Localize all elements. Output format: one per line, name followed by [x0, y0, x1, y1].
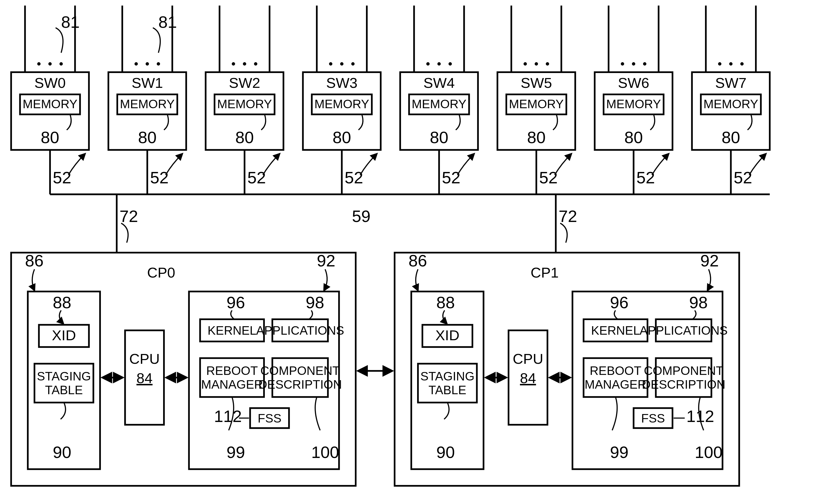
right-ref: 92	[317, 251, 335, 270]
svg-point-42	[523, 62, 527, 66]
svg-point-51	[632, 62, 635, 66]
svg-point-12	[157, 62, 160, 66]
component-ref: 100	[695, 443, 723, 461]
fss-label: FSS	[258, 411, 282, 425]
svg-point-11	[146, 62, 149, 66]
svg-point-10	[134, 62, 138, 66]
switch-ref: 52	[442, 168, 460, 187]
applications-label: APPLICATIONS	[640, 324, 728, 337]
memory-label: MEMORY	[412, 97, 466, 111]
xid-ref: 88	[53, 293, 71, 312]
switch-ref: 52	[539, 168, 558, 187]
switch-title: SW5	[521, 75, 552, 91]
svg-point-52	[643, 62, 647, 66]
cp-title: CP1	[531, 265, 559, 281]
xid-label: XID	[52, 327, 76, 343]
memory-ref: 80	[235, 128, 254, 147]
kernel-ref: 96	[610, 293, 629, 312]
xid-ref: 88	[436, 293, 455, 312]
svg-point-27	[340, 62, 344, 66]
component-label-1: COMPONENT	[644, 364, 723, 378]
svg-point-50	[621, 62, 624, 66]
kernel-ref: 96	[227, 293, 245, 312]
svg-point-43	[535, 62, 538, 66]
switch-ref: 52	[53, 168, 71, 187]
component-label-1: COMPONENT	[260, 364, 340, 378]
memory-label: MEMORY	[120, 97, 175, 111]
memory-ref: 80	[41, 128, 59, 147]
applications-ref: 98	[306, 293, 324, 312]
staging-ref: 90	[53, 443, 71, 461]
component-ref: 100	[311, 443, 339, 461]
kernel-label: KERNEL	[208, 324, 257, 337]
svg-point-44	[546, 62, 549, 66]
switch-ref: 52	[150, 168, 169, 187]
svg-point-2	[37, 62, 41, 66]
applications-ref: 98	[689, 293, 708, 312]
cpu-ref: 84	[520, 370, 536, 386]
bus-ref: 59	[352, 207, 371, 225]
left-ref: 86	[25, 251, 43, 270]
memory-ref: 80	[138, 128, 156, 147]
svg-point-19	[243, 62, 246, 66]
fss-label: FSS	[641, 411, 665, 425]
right-ref: 92	[700, 251, 719, 270]
component-label-2: DESCRIPTION	[259, 378, 342, 391]
cp-ref-72: 72	[119, 207, 138, 225]
cp-title: CP0	[147, 265, 175, 281]
applications-label: APPLICATIONS	[256, 324, 344, 337]
svg-point-34	[426, 62, 430, 66]
memory-ref: 80	[624, 128, 643, 147]
svg-point-3	[48, 62, 52, 66]
switch-title: SW4	[423, 75, 455, 91]
memory-ref: 80	[722, 128, 740, 147]
reboot-ref: 99	[227, 443, 245, 461]
reboot-label-2: MANAGER	[201, 378, 263, 391]
switch-title: SW7	[715, 75, 747, 91]
wire-ref-81: 81	[61, 13, 80, 31]
reboot-label-1: REBOOT	[206, 364, 258, 378]
reboot-label-1: REBOOT	[590, 364, 642, 378]
reboot-ref: 99	[610, 443, 629, 461]
memory-ref: 80	[527, 128, 545, 147]
switch-title: SW6	[618, 75, 649, 91]
svg-point-20	[254, 62, 258, 66]
staging-label-2: TABLE	[428, 383, 466, 397]
cpu-label: CPU	[129, 351, 160, 367]
svg-point-26	[329, 62, 332, 66]
switch-ref: 52	[345, 168, 363, 187]
xid-label: XID	[435, 327, 459, 343]
memory-ref: 80	[333, 128, 351, 147]
switch-ref: 52	[637, 168, 655, 187]
staging-label-2: TABLE	[45, 383, 83, 397]
switch-title: SW2	[229, 75, 260, 91]
svg-point-4	[60, 62, 63, 66]
component-label-2: DESCRIPTION	[642, 378, 725, 391]
svg-point-58	[718, 62, 721, 66]
cp-ref-72: 72	[558, 207, 577, 225]
switch-ref: 52	[247, 168, 266, 187]
memory-label: MEMORY	[314, 97, 369, 111]
memory-label: MEMORY	[22, 97, 77, 111]
switch-ref: 52	[734, 168, 752, 187]
switch-title: SW1	[132, 75, 163, 91]
memory-label: MEMORY	[703, 97, 758, 111]
memory-label: MEMORY	[509, 97, 564, 111]
left-ref: 86	[408, 251, 427, 270]
switch-title: SW0	[34, 75, 66, 91]
svg-point-18	[232, 62, 235, 66]
wire-ref-81: 81	[158, 13, 177, 31]
fss-ref: 112	[214, 407, 242, 425]
staging-label-1: STAGING	[37, 369, 91, 383]
svg-point-28	[351, 62, 355, 66]
staging-ref: 90	[436, 443, 455, 461]
svg-point-35	[437, 62, 441, 66]
fss-ref: 112	[687, 407, 714, 425]
svg-point-36	[449, 62, 452, 66]
kernel-label: KERNEL	[591, 324, 640, 337]
cpu-label: CPU	[513, 351, 543, 367]
switch-title: SW3	[326, 75, 358, 91]
svg-point-59	[729, 62, 733, 66]
cpu-ref: 84	[136, 370, 152, 386]
reboot-label-2: MANAGER	[585, 378, 647, 391]
